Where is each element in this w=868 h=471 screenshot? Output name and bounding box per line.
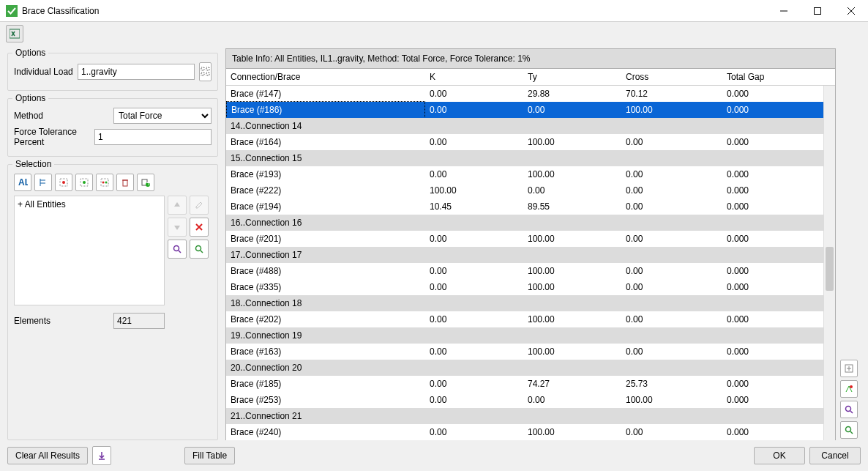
select-multi-button[interactable] (96, 174, 113, 191)
table-row[interactable]: Brace (#193)0.00100.000.000.000 (226, 166, 823, 182)
cell-b (425, 123, 523, 129)
cell-c (523, 413, 621, 419)
right-panel: Table Info: All Entities, IL1..gravity, … (225, 48, 861, 440)
cell-b: 10.45 (425, 199, 523, 215)
col-cross[interactable]: Cross (621, 69, 722, 85)
cell-b (425, 220, 523, 226)
table-side-buttons (840, 48, 861, 440)
cell-a: Brace (#164) (226, 134, 425, 150)
fill-table-button[interactable]: Fill Table (184, 447, 235, 464)
svg-point-19 (105, 182, 108, 184)
move-up-button[interactable] (168, 196, 187, 215)
options-load-group: Options Individual Load (7, 53, 218, 91)
method-select[interactable]: Total Force (113, 108, 212, 124)
cell-c (523, 220, 621, 226)
table-body[interactable]: Brace (#147)0.0029.8870.120.000Brace (#1… (226, 86, 823, 440)
cell-c: 100.00 (523, 134, 621, 150)
remove-item-button[interactable] (190, 218, 209, 237)
vertical-scrollbar[interactable] (823, 86, 835, 440)
table-row[interactable]: Brace (#222)100.000.000.000.000 (226, 182, 823, 199)
group-row[interactable]: 15..Connection 15 (226, 150, 823, 166)
zoom-table-dark-button[interactable] (840, 401, 858, 418)
selection-item-all[interactable]: + All Entities (18, 199, 161, 209)
table-row[interactable]: Brace (#202)0.00100.000.000.000 (226, 311, 823, 327)
group-row[interactable]: 17..Connection 17 (226, 247, 823, 263)
individual-load-input[interactable] (78, 64, 195, 80)
cell-e: 0.000 (722, 231, 823, 247)
ok-button[interactable]: OK (754, 447, 805, 464)
svg-point-14 (62, 181, 65, 184)
cell-d: 100.00 (621, 392, 722, 408)
cancel-button[interactable]: Cancel (809, 447, 861, 464)
table-row[interactable]: Brace (#240)0.00100.000.000.000 (226, 424, 823, 440)
table-row[interactable]: Brace (#335)0.00100.000.000.000 (226, 279, 823, 295)
col-k[interactable]: K (425, 69, 523, 85)
results-table: Table Info: All Entities, IL1..gravity, … (225, 48, 836, 440)
maximize-button[interactable] (801, 0, 834, 22)
add-selection-button[interactable]: + (137, 174, 154, 191)
zoom-green-button[interactable] (190, 240, 209, 259)
selection-group: Selection ALL + + All Entities (7, 164, 218, 440)
zoom-table-green-button[interactable] (840, 421, 858, 439)
force-tolerance-input[interactable] (94, 129, 212, 145)
table-row[interactable]: Brace (#147)0.0029.8870.120.000 (226, 86, 823, 102)
group-row[interactable]: 18..Connection 18 (226, 295, 823, 311)
table-row[interactable]: Brace (#164)0.00100.000.000.000 (226, 134, 823, 150)
cell-e: 0.000 (722, 263, 823, 279)
move-down-button[interactable] (168, 218, 187, 237)
cell-b: 0.00 (425, 311, 523, 327)
table-row[interactable]: Brace (#185)0.0074.2725.730.000 (226, 376, 823, 392)
download-results-button[interactable] (92, 446, 111, 465)
highlight-button[interactable] (840, 380, 858, 398)
cell-a: Brace (#193) (226, 166, 425, 182)
cell-c: 29.88 (523, 86, 621, 102)
zoom-dark-button[interactable] (168, 240, 187, 259)
cell-e (722, 365, 823, 371)
group-row[interactable]: 14..Connection 14 (226, 118, 823, 134)
clear-all-results-button[interactable]: Clear All Results (7, 447, 88, 464)
cell-b: 0.00 (425, 134, 523, 150)
pick-load-button[interactable] (199, 62, 212, 81)
close-button[interactable] (834, 0, 868, 22)
minimize-button[interactable] (767, 0, 801, 22)
col-ty[interactable]: Ty (523, 69, 621, 85)
table-row[interactable]: Brace (#201)0.00100.000.000.000 (226, 231, 823, 247)
cell-a: Brace (#163) (226, 344, 425, 360)
col-connection[interactable]: Connection/Brace (226, 69, 425, 85)
cell-b: 100.00 (425, 182, 523, 199)
cell-a: Brace (#201) (226, 231, 425, 247)
group-row[interactable]: 20..Connection 20 (226, 360, 823, 376)
table-row[interactable]: Brace (#253)0.000.00100.000.000 (226, 392, 823, 408)
scrollbar-thumb[interactable] (826, 247, 834, 291)
select-red-button[interactable] (55, 174, 72, 191)
cell-e: 0.000 (722, 311, 823, 327)
cell-a: Brace (#488) (226, 263, 425, 279)
cell-a: Brace (#147) (226, 86, 425, 102)
table-row[interactable]: Brace (#186)0.000.00100.000.000 (226, 102, 823, 118)
select-green-button[interactable] (75, 174, 93, 191)
export-excel-button[interactable] (6, 25, 23, 42)
group-row[interactable]: 21..Connection 21 (226, 408, 823, 424)
cell-c: 100.00 (523, 166, 621, 182)
cell-e (722, 413, 823, 419)
edit-item-button[interactable] (190, 196, 209, 215)
col-totalgap[interactable]: Total Gap (722, 69, 835, 85)
cell-d: 0.00 (621, 166, 722, 182)
table-row[interactable]: Brace (#488)0.00100.000.000.000 (226, 263, 823, 279)
expand-button[interactable] (840, 360, 858, 377)
cell-a: 16..Connection 16 (226, 215, 425, 231)
group-row[interactable]: 19..Connection 19 (226, 327, 823, 344)
table-row[interactable]: Brace (#163)0.00100.000.000.000 (226, 344, 823, 360)
select-hierarchy-button[interactable] (34, 174, 52, 191)
delete-selection-button[interactable] (116, 174, 134, 191)
select-all-button[interactable]: ALL (14, 174, 31, 191)
svg-point-27 (174, 246, 179, 251)
cell-c (523, 333, 621, 338)
table-info-bar: Table Info: All Entities, IL1..gravity, … (226, 49, 835, 69)
group-row[interactable]: 16..Connection 16 (226, 215, 823, 231)
selection-list[interactable]: + All Entities (14, 196, 165, 305)
svg-rect-6 (206, 67, 209, 70)
cell-e (722, 155, 823, 161)
cell-a: 14..Connection 14 (226, 118, 425, 134)
table-row[interactable]: Brace (#194)10.4589.550.000.000 (226, 199, 823, 215)
